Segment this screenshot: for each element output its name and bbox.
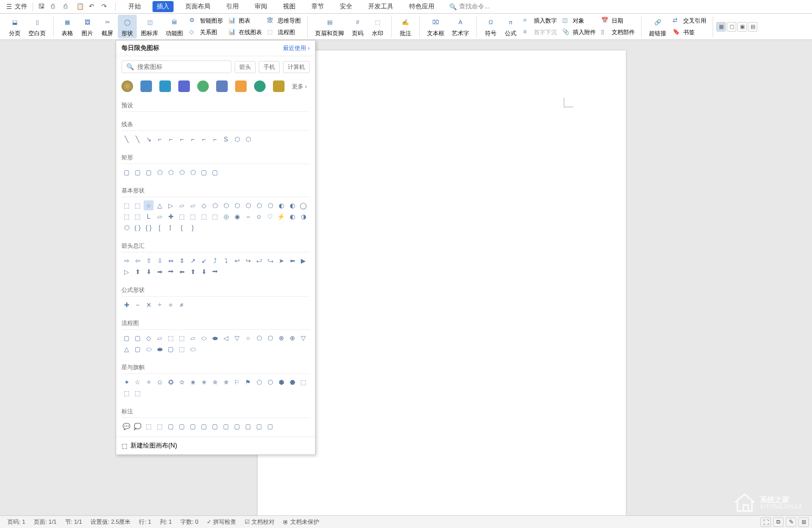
shape-option[interactable]: △ — [155, 200, 165, 210]
shape-option[interactable]: ⬭ — [188, 344, 198, 354]
shape-option[interactable]: ▢ — [199, 421, 209, 431]
featured-icon[interactable] — [216, 80, 228, 92]
shape-option[interactable]: ♡ — [265, 211, 275, 221]
shape-option[interactable]: ⌈ — [166, 222, 176, 232]
shape-option[interactable]: ▢ — [166, 421, 176, 431]
shape-option[interactable]: ⬚ — [121, 200, 131, 210]
shape-option[interactable]: ⬅ — [287, 256, 297, 266]
header-footer-button[interactable]: ▤ 页眉和页脚 — [312, 15, 347, 38]
icon-search-input[interactable] — [137, 63, 227, 70]
shape-option[interactable]: ▢ — [265, 421, 275, 431]
shape-option[interactable]: ⬇ — [144, 267, 154, 277]
shape-option[interactable]: ▢ — [133, 344, 143, 354]
shape-option[interactable]: ⬠ — [210, 200, 220, 210]
shape-option[interactable]: ⬡ — [243, 134, 253, 144]
print-icon[interactable]: ⎙ — [64, 3, 72, 11]
shape-option[interactable]: ⬠ — [155, 167, 165, 177]
featured-icon[interactable] — [235, 80, 247, 92]
shape-option[interactable]: ➡ — [155, 267, 165, 277]
shape-option[interactable]: ⬡ — [243, 200, 253, 210]
shape-option[interactable]: ⊗ — [276, 333, 286, 343]
file-menu[interactable]: ☰ 文件 — [2, 2, 31, 11]
featured-icon[interactable] — [197, 80, 209, 92]
shape-option[interactable]: ⬚ — [133, 211, 143, 221]
smart-graphic-button[interactable]: ⚙智能图形 — [187, 16, 225, 26]
shape-option[interactable]: ⬆ — [133, 267, 143, 277]
shape-option[interactable]: { } — [144, 222, 154, 232]
shape-option[interactable]: ⌐ — [177, 134, 187, 144]
tab-page-layout[interactable]: 页面布局 — [181, 1, 215, 12]
shape-option[interactable]: △ — [121, 344, 131, 354]
page-break-button[interactable]: ⬓ 分页 — [5, 15, 24, 38]
shapes-button[interactable]: ◯ 形状 — [118, 15, 137, 38]
docparts-button[interactable]: ▯文档部件 — [599, 27, 637, 38]
shape-option[interactable]: ✦ — [121, 377, 131, 387]
date-button[interactable]: 📅日期 — [599, 16, 637, 26]
shape-option[interactable]: ⬚ — [121, 388, 131, 398]
shape-option[interactable]: ✚ — [166, 211, 176, 221]
shape-option[interactable]: ⬚ — [155, 421, 165, 431]
shape-option[interactable]: ⬬ — [210, 333, 220, 343]
shape-option[interactable]: ⬠ — [254, 333, 264, 343]
comment-button[interactable]: ✍ 批注 — [396, 15, 415, 38]
reading-view-icon[interactable]: ⧉ — [773, 517, 784, 527]
shape-option[interactable]: ⚐ — [232, 377, 242, 387]
bookmark-button[interactable]: 🔖书签 — [671, 27, 708, 38]
more-link[interactable]: 更多 › — [292, 83, 307, 90]
shape-option[interactable]: ▢ — [133, 167, 143, 177]
shape-option[interactable]: ⚡ — [276, 211, 286, 221]
shape-option[interactable]: ▢ — [166, 344, 176, 354]
shape-option[interactable]: ⬆ — [188, 267, 198, 277]
tab-view[interactable]: 视图 — [279, 1, 300, 12]
smartart-button[interactable]: 🏛 功能图 — [163, 15, 186, 38]
hyperlink-button[interactable]: 🔗 超链接 — [646, 15, 669, 38]
shape-option[interactable]: ▷ — [121, 267, 131, 277]
shape-option[interactable]: ⬠ — [188, 167, 198, 177]
status-protection[interactable]: ⛨文档未保护 — [279, 518, 323, 526]
shape-option[interactable]: ⬢ — [276, 377, 286, 387]
shape-option[interactable]: ▷ — [166, 200, 176, 210]
tab-references[interactable]: 引用 — [222, 1, 243, 12]
shape-option[interactable]: ╲ — [121, 134, 131, 144]
shape-option[interactable]: ÷ — [155, 300, 165, 310]
shape-option[interactable]: ◉ — [232, 211, 242, 221]
view-mode-3-icon[interactable]: ▣ — [737, 22, 747, 32]
equation-button[interactable]: π 公式 — [501, 15, 520, 38]
shape-option[interactable]: ▢ — [121, 167, 131, 177]
status-line[interactable]: 行: 1 — [135, 518, 155, 526]
featured-icon[interactable] — [273, 80, 285, 92]
shape-option[interactable]: ☺ — [254, 211, 264, 221]
relation-button[interactable]: ◇关系图 — [187, 27, 225, 38]
view-mode-2-icon[interactable]: ▢ — [727, 22, 736, 32]
symbol-button[interactable]: Ω 符号 — [481, 15, 500, 38]
recent-link[interactable]: 最近使用 › — [283, 44, 310, 52]
shape-option[interactable]: ⬚ — [166, 333, 176, 343]
shape-option[interactable]: ◎ — [221, 211, 231, 221]
shape-option[interactable]: ⬡ — [254, 200, 264, 210]
shape-option[interactable]: ⬠ — [254, 377, 264, 387]
status-word-count[interactable]: 字数: 0 — [176, 518, 202, 526]
shape-option[interactable]: ⚑ — [243, 377, 253, 387]
shape-option[interactable]: ⇦ — [133, 256, 143, 266]
shape-option[interactable]: ⊕ — [287, 333, 297, 343]
tab-security[interactable]: 安全 — [336, 1, 357, 12]
shape-option[interactable]: ⬚ — [177, 211, 187, 221]
shape-option[interactable]: ⬅ — [177, 267, 187, 277]
crossref-button[interactable]: ⇄交叉引用 — [671, 16, 708, 26]
shape-option[interactable]: ⬠ — [177, 167, 187, 177]
view-mode-1-icon[interactable]: ▦ — [716, 22, 726, 32]
featured-icon[interactable] — [254, 80, 266, 92]
shape-option[interactable]: ⬚ — [177, 333, 187, 343]
print-preview-icon[interactable]: ⎙ — [51, 3, 59, 11]
textbox-button[interactable]: ⌧ 文本框 — [424, 15, 448, 38]
wordart-button[interactable]: A 艺术字 — [449, 15, 472, 38]
icon-search-box[interactable]: 🔍 — [121, 60, 231, 73]
shape-option[interactable]: ✚ — [121, 300, 131, 310]
shape-option[interactable]: ▢ — [221, 421, 231, 431]
shape-option[interactable]: ⬬ — [155, 344, 165, 354]
shape-option[interactable]: = — [166, 300, 176, 310]
shape-option[interactable]: ⌢ — [243, 211, 253, 221]
shape-option[interactable]: [ — [155, 222, 165, 232]
fullscreen-icon[interactable]: ⛶ — [760, 517, 771, 527]
page-number-button[interactable]: # 页码 — [348, 15, 367, 38]
